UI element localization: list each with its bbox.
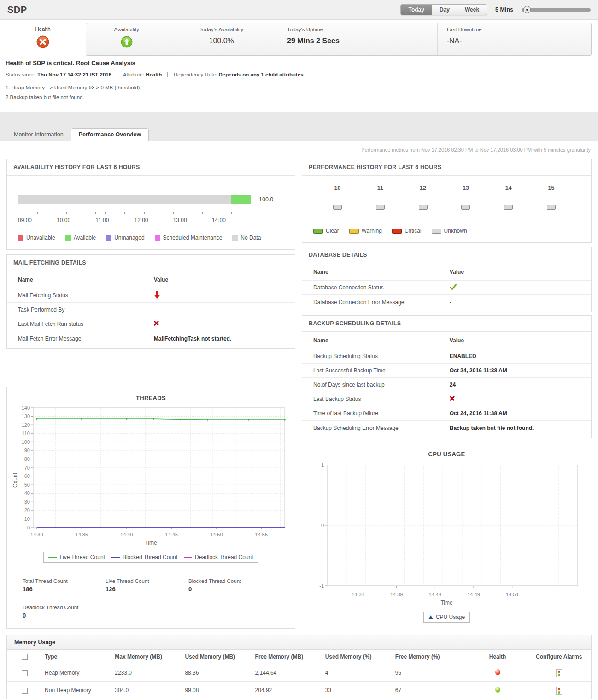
performance-history-panel: PERFORMANCE HISTORY FOR LAST 6 HOURS 101… — [302, 159, 592, 243]
performance-boxes-row — [302, 197, 591, 211]
svg-text:110: 110 — [22, 430, 30, 436]
todays-uptime-label: Today's Uptime — [287, 27, 437, 32]
availability-up-icon — [121, 36, 133, 49]
chart-legend-item-blocked-thread-count: Blocked Thread Count — [111, 554, 177, 560]
legend-swatch — [432, 229, 441, 234]
database-value: - — [450, 299, 591, 306]
period-button-week[interactable]: Week — [457, 5, 487, 15]
row-checkbox[interactable] — [22, 688, 28, 694]
attribute-label: Attribute: — [123, 72, 144, 77]
slider-track[interactable] — [522, 8, 591, 12]
legend-label: Unmanaged — [114, 235, 144, 241]
axis-tick — [241, 212, 241, 214]
tab-performance-overview[interactable]: Performance Overview — [71, 128, 149, 141]
backup-row: No.of Days since last backup24 — [302, 378, 591, 392]
memory-cell-used_mb: 99.08 — [182, 682, 252, 699]
divider — [117, 72, 117, 77]
check-icon — [450, 284, 457, 290]
axis-tick — [144, 212, 145, 214]
mail-fetching-value — [154, 321, 295, 327]
root-cause-item-1: 1. Heap Memory --> Used Memory 93 > 0 MB… — [6, 85, 591, 90]
memory-column-header: Type — [42, 650, 112, 664]
availability-segment-available — [231, 195, 251, 204]
performance-status-box[interactable] — [419, 205, 428, 210]
performance-status-box[interactable] — [376, 205, 385, 210]
refresh-interval-slider[interactable] — [522, 6, 591, 13]
axis-tick — [105, 212, 106, 214]
down-arrow-icon — [154, 291, 160, 299]
mail-value-header: Value — [154, 276, 295, 283]
chart-legend-label: Live Thread Count — [59, 554, 105, 560]
memory-cell-used_mb: 88.36 — [182, 664, 252, 682]
performance-status-box[interactable] — [547, 205, 556, 210]
svg-text:100: 100 — [21, 439, 29, 445]
axis-hour-label: 12:00 — [135, 217, 148, 224]
axis-tick — [212, 212, 212, 214]
row-checkbox[interactable] — [22, 670, 28, 676]
thread-stat-value: 0 — [23, 612, 106, 619]
period-button-day[interactable]: Day — [432, 5, 457, 15]
attribute-value: Health — [146, 72, 162, 77]
configure-alarms-icon[interactable] — [556, 687, 562, 695]
memory-cell-free_mb: 204.92 — [252, 682, 322, 699]
legend-item-warning: Warning — [349, 228, 382, 234]
availability-segment-no-data — [18, 195, 231, 204]
legend-label: No Data — [240, 235, 261, 241]
todays-uptime-value: 29 Mins 2 Secs — [287, 37, 437, 45]
axis-tick — [86, 212, 86, 214]
axis-hour-label: 14:00 — [212, 217, 226, 224]
legend-swatch — [313, 229, 323, 234]
backup-value: Backup taken but file not found. — [450, 425, 591, 431]
slider-handle[interactable] — [523, 6, 531, 13]
axis-tick — [18, 212, 18, 214]
cpu-chart-legend: CPU Usage — [423, 612, 470, 623]
axis-tick — [173, 212, 174, 214]
axis-tick — [251, 212, 251, 214]
memory-cell-type: Heap Memory — [42, 664, 112, 682]
legend-item-available: Available — [65, 235, 96, 241]
svg-text:30: 30 — [24, 499, 29, 505]
performance-hours-row: 101112131415 — [302, 176, 591, 197]
legend-label: Clear — [326, 228, 339, 234]
svg-text:14:54: 14:54 — [505, 592, 518, 597]
database-rows: Database Connection StatusDatabase Conne… — [302, 281, 591, 309]
performance-status-box[interactable] — [333, 205, 342, 210]
performance-status-box[interactable] — [504, 205, 513, 210]
status-since-value: Thu Nov 17 14:32:21 IST 2016 — [37, 72, 111, 77]
tab-monitor-information[interactable]: Monitor Information — [6, 129, 71, 141]
root-cause-item-2: 2.Backup taken but file not found. — [6, 94, 591, 100]
memory-column-header: Free Memory (MB) — [252, 650, 322, 664]
mail-fetching-panel: MAIL FETCHING DETAILS Name Value Mail Fe… — [6, 254, 295, 349]
svg-text:0: 0 — [27, 525, 29, 530]
dependency-value: Depends on any 1 child attributes — [219, 72, 304, 77]
svg-text:14:39: 14:39 — [390, 592, 403, 597]
configure-alarms-cell — [527, 682, 591, 699]
svg-text:80: 80 — [24, 456, 29, 462]
mail-fetching-name: Task Performed By — [7, 306, 154, 313]
availability-label: Availability — [86, 27, 167, 32]
mail-fetching-title: MAIL FETCHING DETAILS — [7, 255, 295, 271]
metrics-granularity-note: Performance metrics from Nov 17,2016 02:… — [0, 141, 598, 159]
axis-tick — [183, 212, 183, 214]
mail-fetching-row: Last Mail Fetch Run status — [7, 317, 295, 331]
legend-label: Scheduled Maintenance — [163, 235, 223, 241]
performance-status-box[interactable] — [461, 205, 470, 210]
thread-stat-label: Blocked Thread Count — [188, 578, 281, 584]
chart-legend-item-deadlock-thread-count: Deadlock Thread Count — [184, 554, 253, 560]
status-tab-health[interactable]: Health — [0, 23, 86, 56]
backup-row: Time of last Backup failureOct 24, 2016 … — [302, 406, 591, 421]
threads-ylabel: Count — [12, 473, 18, 488]
svg-text:0: 0 — [321, 523, 323, 528]
axis-tick — [95, 212, 96, 214]
thread-stat-label: Live Thread Count — [106, 578, 188, 584]
cpu-chart-svg: -10114:3414:3914:4414:4914:54 — [309, 460, 585, 599]
axis-tick — [231, 212, 232, 214]
alarm-dot — [558, 691, 560, 694]
configure-alarms-icon[interactable] — [556, 669, 562, 677]
health-status-dot — [495, 669, 500, 675]
period-button-today[interactable]: Today — [401, 5, 432, 15]
database-details-panel: DATABASE DETAILS Name Value Database Con… — [302, 247, 592, 312]
legend-item-unknown: Unknown — [432, 228, 467, 234]
select-all-checkbox[interactable] — [22, 654, 28, 660]
svg-text:40: 40 — [24, 490, 29, 496]
